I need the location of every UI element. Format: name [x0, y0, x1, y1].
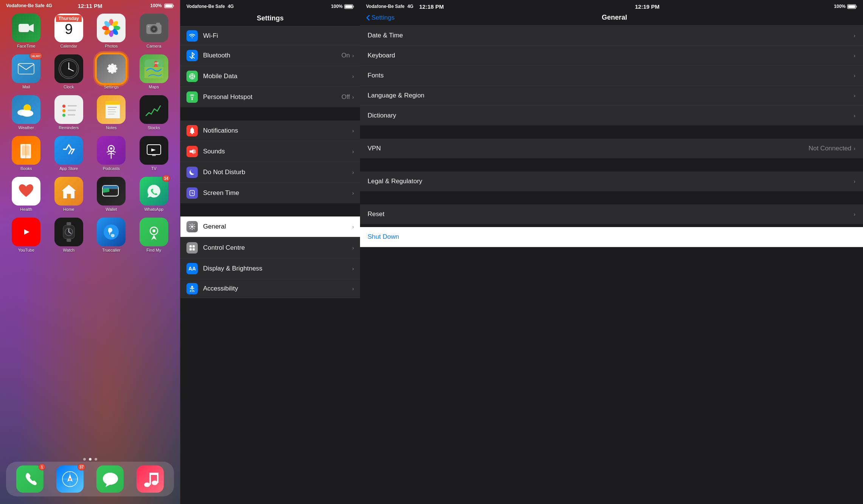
- dock-phone[interactable]: 1: [16, 465, 43, 493]
- app-icon-clock[interactable]: Clock: [50, 54, 88, 89]
- dock-messages[interactable]: [96, 465, 124, 493]
- settings-item-hotspot[interactable]: Personal Hotspot Off ›: [180, 87, 360, 107]
- svg-rect-82: [149, 473, 158, 475]
- app-icon-weather[interactable]: Weather: [8, 95, 45, 130]
- settings-item-general[interactable]: General ›: [180, 216, 360, 237]
- settings-item-sounds[interactable]: Sounds ›: [180, 141, 360, 162]
- svg-rect-95: [192, 245, 195, 247]
- svg-point-25: [68, 68, 70, 70]
- app-icon-health[interactable]: Health: [8, 177, 45, 212]
- dnd-icon-wrap: [186, 167, 198, 178]
- svg-rect-38: [68, 105, 77, 107]
- vpn-chevron: ›: [854, 145, 855, 152]
- dock-safari[interactable]: 37: [56, 465, 84, 493]
- app-icon-books[interactable]: Books: [8, 136, 45, 171]
- settings-icon: [103, 60, 120, 77]
- svg-point-78: [144, 482, 150, 487]
- wifi-icon-wrap: [186, 30, 198, 42]
- sounds-icon: [189, 148, 196, 155]
- svg-point-17: [152, 28, 155, 31]
- dnd-chevron: ›: [352, 169, 354, 175]
- settings-list: Wi-Fi Bluetooth On ›: [180, 26, 360, 504]
- general-item-reset[interactable]: Reset ›: [360, 204, 863, 224]
- app-icon-home[interactable]: Home: [50, 177, 88, 212]
- app-icon-whatsapp[interactable]: 14 WhatsApp: [135, 177, 173, 212]
- app-icon-settings[interactable]: Settings: [93, 54, 130, 89]
- datetime-label: Date & Time: [368, 32, 854, 39]
- app-icon-appstore[interactable]: App Store: [50, 136, 88, 171]
- svg-marker-4: [29, 24, 34, 32]
- svg-rect-84: [345, 5, 352, 8]
- general-item-fonts[interactable]: Fonts ›: [360, 66, 863, 86]
- general-item-dictionary[interactable]: Dictionary ›: [360, 106, 863, 125]
- settings-item-bluetooth[interactable]: Bluetooth On ›: [180, 45, 360, 66]
- settings-title: Settings: [180, 14, 360, 22]
- settings-item-controlcentre[interactable]: Control Centre ›: [180, 238, 360, 258]
- svg-rect-3: [19, 24, 29, 32]
- appstore-label: App Store: [59, 166, 78, 171]
- app-icon-podcasts[interactable]: Podcasts: [93, 136, 130, 171]
- app-icon-reminders[interactable]: Reminders: [50, 95, 88, 130]
- general-item-datetime[interactable]: Date & Time ›: [360, 26, 863, 46]
- app-grid-row6: YouTube Watch: [0, 214, 180, 252]
- general-item-keyboard[interactable]: Keyboard ›: [360, 46, 863, 66]
- hotspot-chevron: ›: [352, 94, 354, 100]
- language-label: Language & Region: [368, 92, 854, 99]
- youtube-label: YouTube: [18, 248, 34, 252]
- bluetooth-icon: [189, 52, 195, 59]
- phone-badge: 1: [39, 464, 45, 470]
- dnd-icon: [189, 169, 196, 176]
- books-label: Books: [20, 166, 32, 171]
- app-icon-wallet[interactable]: Wallet: [93, 177, 130, 212]
- app-icon-facetime[interactable]: FaceTime: [8, 14, 45, 48]
- app-icon-stocks[interactable]: Stocks: [135, 95, 173, 130]
- mobiledata-label: Mobile Data: [203, 73, 352, 80]
- clock-icon: [58, 58, 79, 79]
- svg-rect-43: [108, 107, 117, 108]
- language-chevron: ›: [854, 93, 855, 99]
- svg-rect-44: [108, 109, 115, 110]
- display-chevron: ›: [352, 266, 354, 272]
- shutdown-item[interactable]: Shut Down: [360, 227, 863, 247]
- dock-music[interactable]: [137, 465, 164, 493]
- general-item-legal[interactable]: Legal & Regulatory ›: [360, 172, 863, 191]
- app-icon-youtube[interactable]: YouTube: [8, 218, 45, 252]
- home-screen-panel: Vodafone-Be Safe 4G 12:11 PM 100% FaceTi…: [0, 0, 180, 504]
- app-icon-camera[interactable]: Camera: [135, 14, 173, 48]
- youtube-icon: [17, 226, 35, 238]
- app-icon-findmy[interactable]: Find My: [135, 218, 173, 252]
- mail-icon: [17, 63, 35, 75]
- app-icon-watch[interactable]: Watch: [50, 218, 88, 252]
- app-grid-row1: FaceTime Thursday 9 Calendar: [0, 10, 180, 48]
- general-item-vpn[interactable]: VPN Not Connected ›: [360, 139, 863, 158]
- app-icon-truecaller[interactable]: Truecaller: [93, 218, 130, 252]
- svg-text:AA: AA: [189, 266, 196, 272]
- screentime-label: Screen Time: [203, 189, 352, 197]
- svg-rect-54: [152, 155, 156, 156]
- app-icon-tv[interactable]: TV: [135, 136, 173, 171]
- app-icon-calendar[interactable]: Thursday 9 Calendar: [50, 14, 88, 48]
- settings-item-top-partial[interactable]: Wi-Fi: [180, 26, 360, 45]
- general-group-2: VPN Not Connected ›: [360, 139, 863, 158]
- settings-item-dnd[interactable]: Do Not Disturb ›: [180, 162, 360, 183]
- settings-item-mobiledata[interactable]: Mobile Data ›: [180, 66, 360, 87]
- settings-item-display[interactable]: AA Display & Brightness ›: [180, 258, 360, 279]
- general-item-language[interactable]: Language & Region ›: [360, 86, 863, 106]
- app-icon-notes[interactable]: Notes: [93, 95, 130, 130]
- settings-item-notifications[interactable]: Notifications ›: [180, 121, 360, 141]
- settings-item-accessibility[interactable]: Accessibility ›: [180, 279, 360, 298]
- mail-label: Mail: [22, 85, 30, 89]
- app-grid-row3: Weather Reminders: [0, 91, 180, 130]
- general-carrier: Vodafone-Be Safe 4G: [366, 4, 413, 9]
- app-icon-maps[interactable]: 280 Maps: [135, 54, 173, 89]
- settings-item-screentime[interactable]: Screen Time ›: [180, 183, 360, 203]
- notifications-icon: [189, 127, 195, 134]
- controlcentre-label: Control Centre: [203, 244, 352, 252]
- tv-label: TV: [151, 166, 157, 171]
- app-icon-photos[interactable]: Photos: [93, 14, 130, 48]
- app-icon-mail[interactable]: 18,487 Mail: [8, 54, 45, 89]
- dictionary-label: Dictionary: [368, 112, 854, 119]
- settings-label: Settings: [104, 85, 119, 89]
- general-group-1: Date & Time › Keyboard › Fonts › Languag…: [360, 26, 863, 125]
- page-dot-3: [95, 458, 97, 461]
